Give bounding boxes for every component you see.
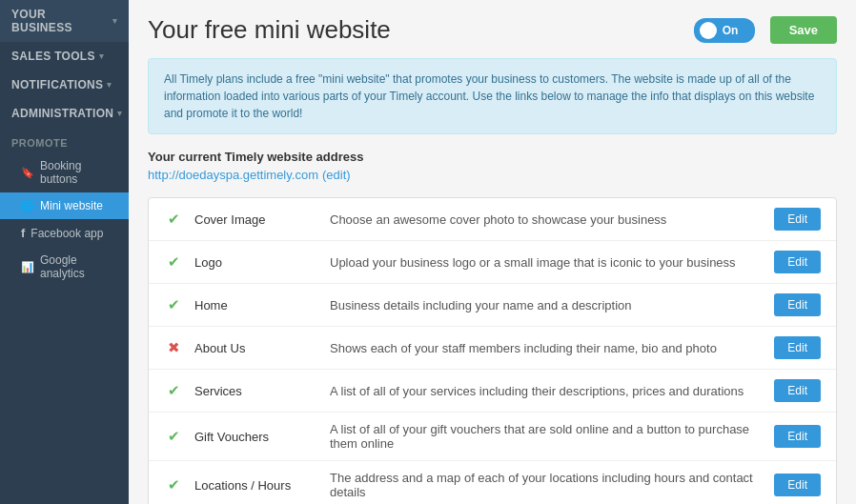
- row-name-about-us: About Us: [194, 341, 318, 355]
- chevron-icon: ▾: [112, 16, 117, 26]
- status-icon-logo: ✔: [164, 253, 183, 271]
- sidebar-nav-sales-tools[interactable]: SALES TOOLS▾: [0, 42, 129, 71]
- sidebar-nav-your-business[interactable]: YOUR BUSINESS▾: [0, 0, 129, 42]
- chevron-icon: ▾: [99, 51, 104, 61]
- address-section: Your current Timely website address http…: [148, 150, 837, 182]
- table-row-home: ✔ Home Business details including your n…: [149, 284, 836, 327]
- status-icon-cover-image: ✔: [164, 211, 183, 228]
- row-name-gift-vouchers: Gift Vouchers: [194, 430, 318, 444]
- facebook-icon: f: [21, 226, 25, 240]
- globe-icon: 🌐: [21, 200, 34, 212]
- sub-item-label: Booking buttons: [40, 159, 117, 186]
- row-desc-services: A list of all of your services including…: [330, 384, 763, 398]
- edit-button-locations-hours[interactable]: Edit: [774, 474, 821, 496]
- row-name-locations-hours: Locations / Hours: [194, 478, 318, 493]
- chevron-icon: ▾: [107, 80, 112, 90]
- nav-label: ADMINISTRATION: [11, 107, 113, 120]
- row-name-cover-image: Cover Image: [194, 212, 318, 227]
- edit-button-gift-vouchers[interactable]: Edit: [774, 425, 821, 448]
- nav-label: YOUR BUSINESS: [11, 8, 109, 34]
- chevron-icon: ▾: [117, 109, 122, 118]
- table-row-locations-hours: ✔ Locations / Hours The address and a ma…: [149, 461, 836, 504]
- analytics-icon: 📊: [21, 261, 34, 273]
- status-icon-gift-vouchers: ✔: [164, 428, 183, 445]
- sub-item-label: Google analytics: [40, 253, 117, 280]
- page-header: Your free mini website On Save: [148, 15, 837, 45]
- edit-button-services[interactable]: Edit: [774, 379, 821, 402]
- status-icon-about-us: ✖: [164, 339, 183, 356]
- row-name-services: Services: [194, 384, 318, 398]
- promote-label: PROMOTE: [0, 128, 129, 152]
- bookmark-icon: 🔖: [21, 167, 34, 179]
- edit-button-logo[interactable]: Edit: [774, 251, 821, 273]
- edit-button-cover-image[interactable]: Edit: [774, 208, 821, 231]
- sidebar-item-google-analytics[interactable]: 📊Google analytics: [0, 247, 129, 287]
- row-name-home: Home: [194, 298, 318, 312]
- row-name-logo: Logo: [194, 255, 318, 270]
- status-icon-services: ✔: [164, 382, 183, 399]
- sidebar-item-booking-buttons[interactable]: 🔖Booking buttons: [0, 152, 129, 192]
- row-desc-logo: Upload your business logo or a small ima…: [330, 255, 763, 270]
- main-content: Your free mini website On Save All Timel…: [129, 0, 856, 504]
- edit-address-link[interactable]: (edit): [322, 168, 351, 182]
- row-desc-locations-hours: The address and a map of each of your lo…: [330, 471, 763, 499]
- row-desc-home: Business details including your name and…: [330, 298, 763, 312]
- table-row-services: ✔ Services A list of all of your service…: [149, 370, 836, 413]
- status-icon-home: ✔: [164, 296, 183, 313]
- table-row-gift-vouchers: ✔ Gift Vouchers A list of all of your gi…: [149, 413, 836, 461]
- on-off-toggle[interactable]: On: [694, 18, 755, 43]
- status-icon-locations-hours: ✔: [164, 476, 183, 494]
- toggle-container: On: [694, 18, 755, 43]
- address-label: Your current Timely website address: [148, 150, 837, 164]
- table-row-logo: ✔ Logo Upload your business logo or a sm…: [149, 241, 836, 284]
- row-desc-gift-vouchers: A list of all of your gift vouchers that…: [330, 422, 763, 451]
- address-line: http://doedayspa.gettimely.com(edit): [148, 168, 837, 182]
- table-row-about-us: ✖ About Us Shows each of your staff memb…: [149, 327, 836, 370]
- website-url-link[interactable]: http://doedayspa.gettimely.com: [148, 168, 318, 182]
- sub-item-label: Facebook app: [31, 227, 103, 240]
- info-banner: All Timely plans include a free "mini we…: [148, 58, 837, 134]
- table-row-cover-image: ✔ Cover Image Choose an awesome cover ph…: [149, 198, 836, 241]
- sidebar-nav-administration[interactable]: ADMINISTRATION▾: [0, 99, 129, 128]
- save-button[interactable]: Save: [770, 16, 837, 44]
- sidebar: YOUR BUSINESS▾SALES TOOLS▾NOTIFICATIONS▾…: [0, 0, 129, 504]
- sidebar-item-facebook-app[interactable]: fFacebook app: [0, 219, 129, 247]
- sidebar-nav-notifications[interactable]: NOTIFICATIONS▾: [0, 71, 129, 99]
- toggle-label: On: [723, 24, 739, 37]
- row-desc-about-us: Shows each of your staff members includi…: [330, 341, 763, 355]
- edit-button-about-us[interactable]: Edit: [774, 336, 821, 359]
- edit-button-home[interactable]: Edit: [774, 293, 821, 316]
- sub-item-label: Mini website: [40, 199, 103, 212]
- items-table: ✔ Cover Image Choose an awesome cover ph…: [148, 197, 837, 504]
- page-title: Your free mini website: [148, 15, 679, 45]
- toggle-knob: [700, 22, 717, 39]
- nav-label: NOTIFICATIONS: [11, 78, 103, 91]
- sidebar-item-mini-website[interactable]: 🌐Mini website: [0, 192, 129, 219]
- row-desc-cover-image: Choose an awesome cover photo to showcas…: [330, 212, 763, 227]
- nav-label: SALES TOOLS: [11, 50, 95, 63]
